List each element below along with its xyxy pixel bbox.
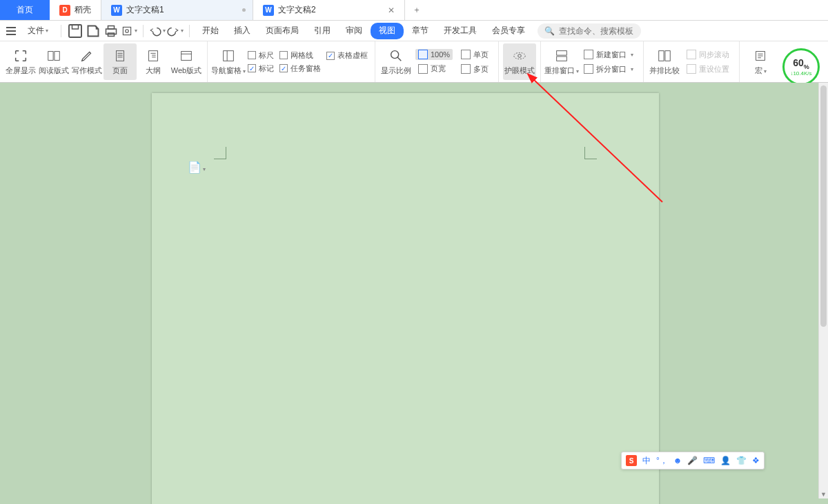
fullscreen-button[interactable]: 全屏显示 xyxy=(4,43,37,80)
pagewidth-icon xyxy=(418,64,428,74)
zoom-100-button[interactable]: 100% xyxy=(415,49,453,60)
page-layout-button[interactable]: 页面 xyxy=(103,43,137,80)
eye-icon xyxy=(512,48,527,63)
paragraph-options-icon[interactable]: 📄▾ xyxy=(188,161,206,174)
ime-toolbar[interactable]: S 中 °， ☻ 🎤 ⌨ 👤 👕 ❖ xyxy=(621,452,765,470)
svg-rect-28 xyxy=(665,50,670,61)
save-icon[interactable] xyxy=(67,23,83,39)
scroll-down-icon[interactable]: ▼ xyxy=(819,490,828,498)
separator xyxy=(189,25,190,37)
menu-devtools[interactable]: 开发工具 xyxy=(437,23,484,39)
rearrange-windows-button[interactable]: 重排窗口▾ xyxy=(545,43,578,80)
command-search[interactable]: 🔍 xyxy=(538,23,641,39)
ime-lang[interactable]: 中 xyxy=(642,455,651,467)
new-window-button[interactable]: 新建窗口▾ xyxy=(581,49,636,61)
print-icon[interactable] xyxy=(103,23,119,39)
tab-docshell[interactable]: D 稻壳 xyxy=(50,0,101,20)
zoom-100-label: 100% xyxy=(431,50,450,59)
ime-keyboard-icon[interactable]: ⌨ xyxy=(703,456,715,465)
tab-doc1[interactable]: W 文字文稿1 xyxy=(101,0,253,20)
read-layout-button[interactable]: 阅读版式 xyxy=(37,43,70,80)
group-window: 重排窗口▾ 新建窗口▾ 拆分窗口▾ xyxy=(541,41,644,82)
menu-review[interactable]: 审阅 xyxy=(339,23,369,39)
book-icon xyxy=(46,48,61,63)
zoom-onepage-button[interactable]: 单页 xyxy=(458,49,491,61)
ime-skin-icon[interactable]: 👕 xyxy=(736,456,747,465)
side-by-side-button[interactable]: 并排比较 xyxy=(648,43,681,80)
svg-rect-5 xyxy=(123,27,130,34)
new-tab-button[interactable]: ＋ xyxy=(405,0,428,20)
svg-point-23 xyxy=(514,52,526,59)
download-progress-badge[interactable]: 60% ↓10.4K/s xyxy=(782,48,820,85)
fullscreen-label: 全屏显示 xyxy=(6,65,36,76)
document-workspace[interactable]: 📄▾ xyxy=(0,83,828,504)
window-col: 新建窗口▾ 拆分窗口▾ xyxy=(578,43,639,80)
reset-pos-icon xyxy=(687,64,696,74)
tab-docshell-label: 稻壳 xyxy=(75,4,91,16)
hamburger-menu-icon[interactable] xyxy=(3,23,19,39)
menu-references-label: 引用 xyxy=(314,25,331,37)
ime-toolbox-icon[interactable]: ❖ xyxy=(752,456,760,465)
file-menu[interactable]: 文件▾ xyxy=(21,23,55,39)
check-table-borders[interactable]: 表格虚框 xyxy=(326,50,368,61)
macro-button[interactable]: 宏▾ xyxy=(744,43,777,80)
ime-punct[interactable]: °， xyxy=(656,455,668,467)
check-ruler-label: 标尺 xyxy=(259,50,274,61)
compare-col: 同步滚动 重设位置 xyxy=(681,43,735,80)
outline-label: 大纲 xyxy=(146,65,161,76)
menu-chapter[interactable]: 章节 xyxy=(405,23,435,39)
svg-rect-13 xyxy=(149,50,158,61)
sogou-logo-icon[interactable]: S xyxy=(626,455,637,466)
display-scale-button[interactable]: 显示比例 xyxy=(379,43,413,80)
page-icon xyxy=(112,48,128,63)
menu-page-layout[interactable]: 页面布局 xyxy=(259,23,306,39)
menu-chapter-label: 章节 xyxy=(412,25,428,37)
save-as-icon[interactable] xyxy=(85,23,101,39)
nav-pane-button[interactable]: 导航窗格▾ xyxy=(212,43,245,80)
ime-voice-icon[interactable]: 🎤 xyxy=(687,456,698,465)
tab-doc2[interactable]: W 文字文稿2 ✕ xyxy=(253,0,405,20)
command-search-input[interactable] xyxy=(559,26,635,36)
menu-member[interactable]: 会员专享 xyxy=(485,23,532,39)
print-preview-icon[interactable]: ▾ xyxy=(121,23,137,39)
nav-pane-label: 导航窗格▾ xyxy=(211,65,246,76)
outline-button[interactable]: 大纲 xyxy=(137,43,170,80)
write-mode-button[interactable]: 写作模式 xyxy=(70,43,103,80)
split-window-label: 拆分窗口 xyxy=(596,64,627,74)
check-gridlines[interactable]: 网格线 xyxy=(279,50,321,61)
margin-corner-tl xyxy=(214,147,226,159)
menu-member-label: 会员专享 xyxy=(492,25,525,37)
check-task-pane[interactable]: 任务窗格 xyxy=(279,63,321,74)
check-mark[interactable]: 标记 xyxy=(248,63,274,74)
zoom-pagewidth-button[interactable]: 页宽 xyxy=(415,63,453,74)
nav-check-col1: 标尺 标记 xyxy=(245,43,277,80)
document-page[interactable]: 📄▾ xyxy=(152,93,659,504)
file-menu-label: 文件 xyxy=(28,25,44,37)
tab-home[interactable]: 首页 xyxy=(0,0,50,20)
close-icon[interactable]: ✕ xyxy=(388,6,395,15)
vertical-scrollbar[interactable]: ▲ ▼ xyxy=(818,83,828,498)
new-window-icon xyxy=(584,50,593,59)
eyecare-label: 护眼模式 xyxy=(504,65,535,76)
multipage-icon xyxy=(461,64,471,74)
split-window-button[interactable]: 拆分窗口▾ xyxy=(581,63,636,75)
ribbon: 全屏显示 阅读版式 写作模式 页面 大纲 Web版式 导航窗格▾ 标尺 xyxy=(0,41,828,83)
web-layout-button[interactable]: Web版式 xyxy=(170,43,203,80)
menu-insert[interactable]: 插入 xyxy=(227,23,257,39)
redo-icon[interactable]: ▾ xyxy=(167,23,184,39)
svg-rect-25 xyxy=(557,50,567,54)
zoom-multipage-button[interactable]: 多页 xyxy=(458,63,491,75)
check-task-pane-label: 任务窗格 xyxy=(290,63,321,74)
ime-user-icon[interactable]: 👤 xyxy=(720,456,731,465)
ime-emoji-icon[interactable]: ☻ xyxy=(673,456,682,465)
scroll-thumb[interactable] xyxy=(820,85,827,327)
tab-doc1-label: 文字文稿1 xyxy=(126,4,164,16)
word-icon: W xyxy=(111,5,122,16)
reset-pos-button: 重设位置 xyxy=(684,63,732,75)
eyecare-button[interactable]: 护眼模式 xyxy=(503,43,536,80)
menu-start[interactable]: 开始 xyxy=(195,23,226,39)
undo-icon[interactable]: ▾ xyxy=(149,23,166,39)
check-ruler[interactable]: 标尺 xyxy=(248,50,274,61)
menu-references[interactable]: 引用 xyxy=(307,23,337,39)
menu-view[interactable]: 视图 xyxy=(371,23,404,39)
